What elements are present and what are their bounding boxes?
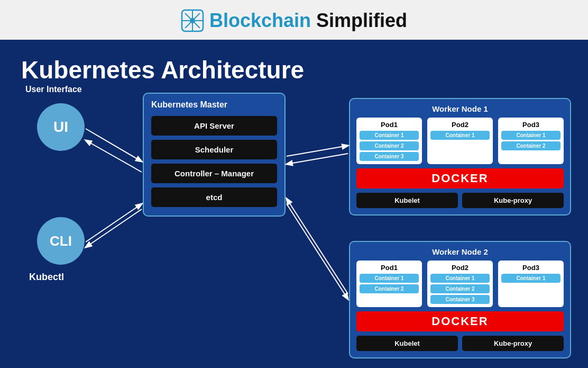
svg-line-12 — [287, 204, 348, 299]
pod2-container1: Container 1 — [430, 131, 490, 140]
worker-node-2-pod3-label: Pod3 — [501, 264, 561, 272]
wn2-pod2-container3: Container 3 — [430, 295, 490, 304]
pod1-container2: Container 2 — [360, 141, 419, 150]
svg-line-8 — [86, 204, 142, 242]
ui-circle: UI — [37, 103, 85, 151]
worker-node-2-pods-row: Pod1 Container 1 Container 2 Pod2 Contai… — [356, 261, 564, 307]
cli-section-label: Kubectl — [29, 272, 64, 283]
svg-line-13 — [287, 199, 348, 294]
wn2-pod1-container1: Container 1 — [360, 274, 419, 283]
worker-node-1-pods-row: Pod1 Container 1 Container 2 Container 3… — [356, 118, 564, 164]
worker-node-1-pod1: Pod1 Container 1 Container 2 Container 3 — [356, 118, 422, 164]
k8s-master-title: Kubernetes Master — [151, 100, 277, 110]
worker-node-1-box: Worker Node 1 Pod1 Container 1 Container… — [349, 98, 571, 216]
ui-section-label: User Interface — [25, 85, 82, 94]
worker-node-1-pod2-label: Pod2 — [430, 121, 490, 129]
pod1-container3: Container 3 — [360, 152, 419, 161]
wn2-pod3-container1: Container 1 — [501, 274, 561, 283]
blockchain-logo-icon — [181, 9, 204, 32]
page-title: Kubernetes Architecture — [21, 56, 304, 84]
header: Blockchain Simplified — [0, 0, 588, 40]
worker-node-2-box: Worker Node 2 Pod1 Container 1 Container… — [349, 241, 571, 358]
cli-circle: CLI — [37, 217, 85, 265]
worker-node-2-title: Worker Node 2 — [356, 247, 564, 256]
main-content: Kubernetes Architecture User Interface U… — [0, 40, 588, 368]
worker-node-2-pod3: Pod3 Container 1 — [498, 261, 564, 307]
component-etcd: etcd — [151, 187, 277, 207]
pod3-container1: Container 1 — [501, 131, 561, 140]
wn2-pod2-container1: Container 1 — [430, 274, 490, 283]
svg-line-9 — [86, 209, 142, 247]
worker-node-2-pod1-label: Pod1 — [360, 264, 419, 272]
header-title-blue: Blockchain — [209, 10, 311, 32]
pod3-container2: Container 2 — [501, 141, 561, 150]
worker-node-1-pod2: Pod2 Container 1 — [427, 118, 493, 164]
worker-node-2-pod2-label: Pod2 — [430, 264, 490, 272]
svg-line-6 — [86, 129, 142, 161]
worker-node-2-kubelet: Kubelet — [356, 336, 458, 351]
component-api-server: API Server — [151, 116, 277, 136]
wn2-pod1-container2: Container 2 — [360, 284, 419, 293]
worker-node-1-title: Worker Node 1 — [356, 104, 564, 113]
component-controller-manager: Controller – Manager — [151, 164, 277, 183]
worker-node-2-pod2: Pod2 Container 1 Container 2 Container 3 — [427, 261, 493, 307]
worker-node-1-kubelet: Kubelet — [356, 193, 458, 208]
worker-node-1-pod1-label: Pod1 — [360, 121, 419, 129]
svg-line-11 — [287, 154, 348, 164]
wn2-pod2-container2: Container 2 — [430, 284, 490, 293]
worker-node-1-pod3: Pod3 Container 1 Container 2 — [498, 118, 564, 164]
worker-node-1-kube-row: Kubelet Kube-proxy — [356, 193, 564, 208]
k8s-master-box: Kubernetes Master API Server Scheduler C… — [143, 93, 286, 217]
worker-node-2-pod1: Pod1 Container 1 Container 2 — [356, 261, 422, 307]
worker-node-1-kube-proxy: Kube-proxy — [462, 193, 564, 208]
svg-line-10 — [287, 146, 348, 156]
svg-line-7 — [86, 140, 142, 172]
worker-node-2-kube-row: Kubelet Kube-proxy — [356, 336, 564, 351]
worker-node-2-kube-proxy: Kube-proxy — [462, 336, 564, 351]
header-title-black: Simplified — [316, 10, 407, 32]
worker-node-1-docker: DOCKER — [356, 168, 564, 189]
worker-node-2-docker: DOCKER — [356, 311, 564, 331]
svg-point-5 — [190, 18, 195, 23]
worker-node-1-pod3-label: Pod3 — [501, 121, 561, 129]
component-scheduler: Scheduler — [151, 140, 277, 159]
pod1-container1: Container 1 — [360, 131, 419, 140]
